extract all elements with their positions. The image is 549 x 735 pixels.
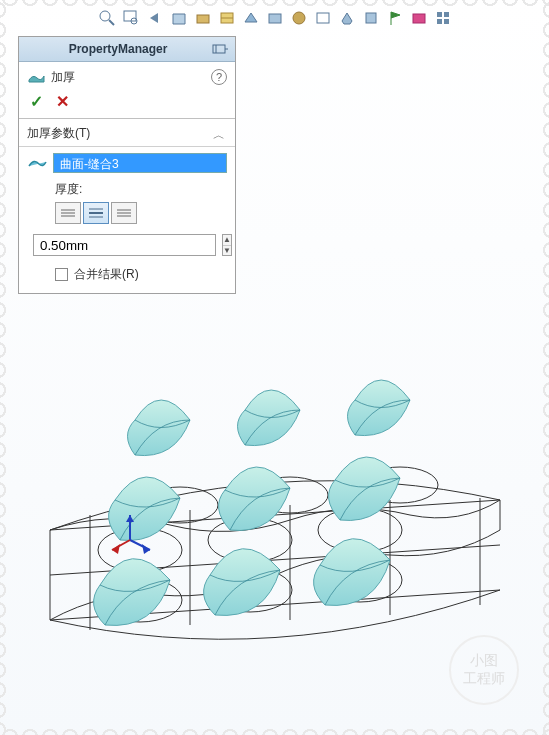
prev-view-icon[interactable]	[145, 8, 165, 28]
svg-point-23	[293, 12, 305, 24]
thicken-feature-icon	[27, 68, 45, 86]
heads-up-view-toolbar	[0, 8, 549, 28]
svg-rect-30	[444, 19, 449, 24]
zoom-area-icon[interactable]	[121, 8, 141, 28]
hide-show-icon[interactable]	[265, 8, 285, 28]
thickness-value-input[interactable]	[33, 234, 216, 256]
svg-point-1	[208, 518, 292, 562]
merge-result-checkbox[interactable]	[55, 268, 68, 281]
property-manager-header: PropertyManager	[19, 37, 235, 62]
svg-marker-12	[126, 515, 134, 522]
watermark-line1: 小图	[470, 652, 498, 670]
svg-rect-31	[213, 45, 225, 53]
surface-select-icon[interactable]	[27, 154, 47, 172]
section-header[interactable]: 加厚参数(T) ︿	[19, 119, 235, 147]
cancel-button[interactable]: ✕	[53, 92, 71, 110]
ok-cancel-row: ✓ ✕	[19, 88, 235, 119]
svg-point-3	[98, 578, 182, 622]
svg-line-16	[109, 20, 114, 25]
property-manager-panel: PropertyManager 加厚 ? ✓ ✕ 加厚参数(T) ︿ 曲面-缝合…	[18, 36, 236, 294]
pin-icon[interactable]	[211, 41, 229, 57]
section-title: 加厚参数(T)	[27, 125, 213, 142]
svg-rect-29	[437, 19, 442, 24]
svg-rect-22	[269, 14, 281, 23]
model-illustration[interactable]	[30, 350, 520, 670]
svg-rect-19	[197, 15, 209, 23]
svg-rect-26	[413, 14, 425, 23]
display-style-icon[interactable]	[241, 8, 261, 28]
thickness-side2-button[interactable]	[111, 202, 137, 224]
watermark-line2: 工程师	[463, 670, 505, 688]
svg-rect-28	[444, 12, 449, 17]
watermark: 小图 工程师	[449, 635, 519, 705]
normal-to-icon[interactable]	[361, 8, 381, 28]
thickness-side1-button[interactable]	[55, 202, 81, 224]
thickness-both-button[interactable]	[83, 202, 109, 224]
feature-title: 加厚	[51, 69, 75, 86]
merge-result-label: 合并结果(R)	[74, 266, 139, 283]
dimension-row: T ▲ ▼	[27, 234, 227, 256]
merge-result-row: 合并结果(R)	[55, 266, 227, 283]
svg-line-11	[112, 540, 130, 550]
svg-point-8	[362, 467, 438, 503]
thickness-spinner: ▲ ▼	[222, 234, 232, 256]
section-view-icon[interactable]	[169, 8, 189, 28]
view-settings-icon[interactable]	[337, 8, 357, 28]
render-icon[interactable]	[409, 8, 429, 28]
apply-scene-icon[interactable]	[313, 8, 333, 28]
svg-marker-13	[142, 544, 150, 554]
svg-line-10	[130, 540, 150, 550]
selection-input[interactable]: 曲面-缝合3	[53, 153, 227, 173]
svg-rect-27	[437, 12, 442, 17]
svg-rect-17	[124, 11, 136, 21]
section-body: 曲面-缝合3 厚度: T ▲ ▼ 合并结果(	[19, 147, 235, 293]
property-manager-title: PropertyManager	[25, 42, 211, 56]
spin-down-button[interactable]: ▼	[223, 246, 231, 256]
svg-point-15	[100, 11, 110, 21]
svg-marker-14	[112, 544, 120, 554]
flag-icon[interactable]	[385, 8, 405, 28]
help-icon[interactable]: ?	[211, 69, 227, 85]
svg-point-6	[142, 487, 218, 523]
svg-point-0	[98, 528, 182, 572]
collapse-icon[interactable]: ︿	[213, 127, 227, 141]
svg-rect-25	[366, 13, 376, 23]
selection-row: 曲面-缝合3	[27, 153, 227, 173]
svg-point-7	[252, 477, 328, 513]
thickness-direction-buttons	[55, 202, 227, 224]
spin-up-button[interactable]: ▲	[223, 235, 231, 246]
thickness-label: 厚度:	[55, 181, 227, 198]
dynamic-annotation-icon[interactable]	[193, 8, 213, 28]
svg-point-5	[318, 558, 402, 602]
draft-analysis-icon[interactable]	[217, 8, 237, 28]
edit-appearance-icon[interactable]	[289, 8, 309, 28]
feature-title-row: 加厚 ?	[19, 62, 235, 88]
svg-rect-24	[317, 13, 329, 23]
ok-button[interactable]: ✓	[27, 92, 45, 110]
svg-point-2	[318, 508, 402, 552]
svg-point-4	[208, 568, 292, 612]
more-views-icon[interactable]	[433, 8, 453, 28]
zoom-fit-icon[interactable]	[97, 8, 117, 28]
